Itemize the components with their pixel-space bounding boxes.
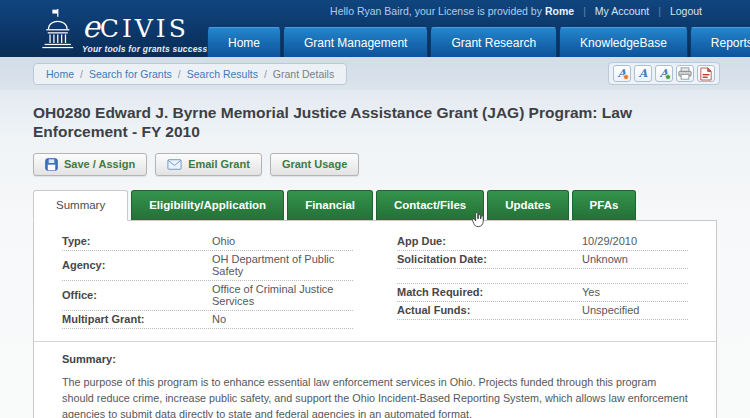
breadcrumb-home[interactable]: Home <box>46 68 74 80</box>
nav-item-grant-management[interactable]: Grant Management <box>283 27 428 57</box>
grant-usage-button[interactable]: Grant Usage <box>270 153 359 176</box>
save-assign-button[interactable]: Save / Assign <box>33 153 147 176</box>
logo-wordmark: eCIVIS <box>82 12 210 42</box>
greeting-text: Hello Ryan Baird, your License is provid… <box>330 5 542 17</box>
decrease-font-size-button[interactable]: A <box>613 65 631 82</box>
grant-usage-label: Grant Usage <box>282 158 347 170</box>
font-a-icon: A <box>639 68 648 79</box>
breadcrumb-separator: / <box>264 68 267 80</box>
tab-pfas[interactable]: PFAs <box>572 190 637 220</box>
save-floppy-icon <box>45 158 58 171</box>
summary-tab-panel: Type: Ohio Agency: OH Department of Publ… <box>33 220 717 418</box>
nav-item-reports[interactable]: Reports <box>690 27 750 57</box>
breadcrumb-grant-details: Grant Details <box>273 68 334 80</box>
field-label: Match Required: <box>397 286 582 298</box>
plus-dot-icon <box>665 74 671 80</box>
field-row-app-due: App Due: 10/29/2010 <box>397 233 688 251</box>
pdf-icon <box>700 67 712 81</box>
field-value: Unspecified <box>582 304 639 316</box>
field-label: Office: <box>62 289 212 301</box>
breadcrumb-separator: / <box>80 68 83 80</box>
tab-financial[interactable]: Financial <box>287 190 373 220</box>
field-row-actual-funds: Actual Funds: Unspecified <box>397 302 688 320</box>
nav-item-knowledgebase[interactable]: KnowledgeBase <box>559 27 688 57</box>
breadcrumb-separator: / <box>178 68 181 80</box>
capitol-building-icon <box>40 6 74 52</box>
fields-left-column: Type: Ohio Agency: OH Department of Publ… <box>62 233 353 329</box>
field-value: 10/29/2010 <box>582 235 637 247</box>
action-buttons: Save / Assign Email Grant Grant Usage <box>33 153 717 176</box>
summary-paragraph: The purpose of this program is to enhanc… <box>62 374 688 418</box>
userbar-separator: | <box>658 5 661 17</box>
field-row-solicitation-date: Solicitation Date: Unknown <box>397 251 688 269</box>
tab-summary[interactable]: Summary <box>33 190 128 221</box>
field-label: Solicitation Date: <box>397 253 582 265</box>
breadcrumb: Home / Search for Grants / Search Result… <box>33 63 347 85</box>
field-row-agency: Agency: OH Department of Public Safety <box>62 251 353 281</box>
field-label: Actual Funds: <box>397 304 582 316</box>
fields-right-column: App Due: 10/29/2010 Solicitation Date: U… <box>397 233 688 329</box>
field-value: Yes <box>582 286 600 298</box>
minus-dot-icon <box>623 74 629 80</box>
field-label: App Due: <box>397 235 582 247</box>
increase-font-size-button[interactable]: A <box>655 65 673 82</box>
page-toolbar: A A A <box>608 62 720 85</box>
app-header: eCIVIS Your tools for grants success. He… <box>0 0 750 57</box>
field-value: No <box>212 313 226 325</box>
tab-updates[interactable]: Updates <box>487 190 568 220</box>
field-value: Office of Criminal Justice Services <box>212 283 353 307</box>
my-account-link[interactable]: My Account <box>595 5 649 17</box>
default-font-size-button[interactable]: A <box>634 65 652 82</box>
print-button[interactable] <box>676 65 694 82</box>
printer-icon <box>678 67 692 80</box>
tab-contact-files[interactable]: Contact/Files <box>376 190 484 220</box>
field-row-multipart-grant: Multipart Grant: No <box>62 311 353 329</box>
field-label: Multipart Grant: <box>62 313 212 325</box>
nav-item-home[interactable]: Home <box>207 27 281 57</box>
license-provider: Rome <box>545 5 574 17</box>
field-row-empty <box>397 269 688 284</box>
field-row-office: Office: Office of Criminal Justice Servi… <box>62 281 353 311</box>
page-content: OH0280 Edward J. Byrne Memorial Justice … <box>0 90 750 418</box>
field-label: Agency: <box>62 259 212 271</box>
save-assign-label: Save / Assign <box>64 158 135 170</box>
mouse-cursor-icon <box>470 211 486 229</box>
email-grant-button[interactable]: Email Grant <box>155 153 262 176</box>
logout-link[interactable]: Logout <box>670 5 702 17</box>
field-label: Type: <box>62 235 212 247</box>
grant-fields: Type: Ohio Agency: OH Department of Publ… <box>34 221 716 333</box>
userbar-separator: | <box>583 5 586 17</box>
summary-heading: Summary: <box>62 353 688 365</box>
ecivis-logo: eCIVIS Your tools for grants success. <box>40 6 210 54</box>
export-pdf-button[interactable] <box>697 65 715 82</box>
main-navigation: Home Grant Management Grant Research Kno… <box>205 27 702 57</box>
grant-title: OH0280 Edward J. Byrne Memorial Justice … <box>33 90 717 142</box>
nav-item-grant-research[interactable]: Grant Research <box>430 27 557 57</box>
field-row-match-required: Match Required: Yes <box>397 284 688 302</box>
breadcrumb-bar: Home / Search for Grants / Search Result… <box>0 57 750 90</box>
email-grant-label: Email Grant <box>188 158 250 170</box>
breadcrumb-search-for-grants[interactable]: Search for Grants <box>89 68 172 80</box>
tab-eligibility-application[interactable]: Eligibility/Application <box>131 190 284 220</box>
logo-tagline: Your tools for grants success. <box>82 44 210 54</box>
email-envelope-icon <box>167 159 182 170</box>
detail-tabs: Summary Eligibility/Application Financia… <box>33 190 717 220</box>
user-bar: Hello Ryan Baird, your License is provid… <box>330 5 702 17</box>
field-value: OH Department of Public Safety <box>212 253 353 277</box>
summary-section: Summary: The purpose of this program is … <box>34 342 716 418</box>
field-row-type: Type: Ohio <box>62 233 353 251</box>
field-value: Ohio <box>212 235 235 247</box>
field-value: Unknown <box>582 253 628 265</box>
breadcrumb-search-results[interactable]: Search Results <box>187 68 258 80</box>
